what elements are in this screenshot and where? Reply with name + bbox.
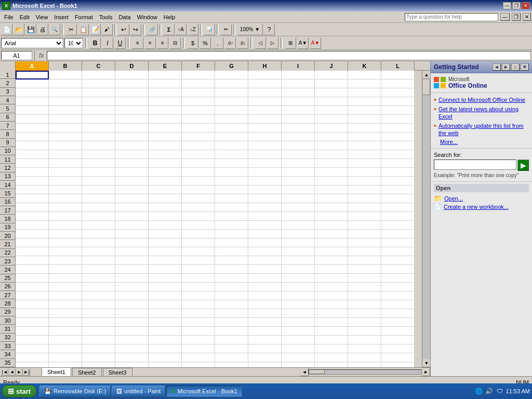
cell-i3[interactable]	[282, 88, 315, 97]
cell-d19[interactable]	[115, 230, 149, 238]
cell-d21[interactable]	[115, 247, 149, 256]
cell-i29[interactable]	[282, 318, 315, 327]
minimize-button[interactable]: —	[503, 2, 511, 9]
cell-f10[interactable]	[182, 150, 215, 159]
cell-g26[interactable]	[215, 291, 248, 300]
cell-i6[interactable]	[282, 115, 315, 124]
cell-h12[interactable]	[248, 168, 282, 177]
auto-update-link[interactable]: Automatically update this list from the …	[438, 122, 529, 137]
cell-c15[interactable]	[82, 194, 115, 203]
cell-a32[interactable]	[16, 344, 49, 353]
panel-forward-button[interactable]: ►	[502, 63, 510, 71]
cell-c8[interactable]	[82, 132, 115, 141]
cell-c1[interactable]	[82, 71, 115, 79]
cell-a5[interactable]	[16, 106, 49, 115]
cell-g11[interactable]	[215, 159, 248, 168]
cell-g21[interactable]	[215, 247, 248, 256]
cell-k12[interactable]	[348, 168, 381, 177]
cell-f2[interactable]	[182, 79, 215, 88]
cell-c7[interactable]	[82, 124, 115, 132]
cell-e8[interactable]	[149, 132, 182, 141]
cell-f11[interactable]	[182, 159, 215, 168]
start-button[interactable]: ⊞ start	[2, 385, 36, 397]
row-header-30[interactable]: 30	[0, 316, 16, 325]
currency-button[interactable]: $	[187, 37, 198, 49]
cell-k24[interactable]	[348, 274, 381, 283]
cell-a29[interactable]	[16, 318, 49, 327]
sheet-tab-3[interactable]: Sheet3	[103, 368, 132, 376]
col-header-k[interactable]: K	[348, 61, 381, 71]
cell-a7[interactable]	[16, 124, 49, 132]
align-right-button[interactable]: ≡	[157, 37, 168, 49]
cell-e27[interactable]	[149, 300, 182, 309]
cell-l10[interactable]	[381, 150, 415, 159]
cell-i15[interactable]	[282, 194, 315, 203]
cell-h28[interactable]	[248, 309, 282, 318]
row-header-26[interactable]: 26	[0, 283, 16, 291]
cell-f9[interactable]	[182, 141, 215, 150]
cell-a8[interactable]	[16, 132, 49, 141]
cell-b11[interactable]	[49, 159, 82, 168]
cell-e17[interactable]	[149, 212, 182, 221]
col-header-c[interactable]: C	[82, 61, 115, 71]
percent-button[interactable]: %	[200, 37, 211, 49]
open-link[interactable]: Open...	[444, 195, 463, 202]
cell-h15[interactable]	[248, 194, 282, 203]
cell-c6[interactable]	[82, 115, 115, 124]
cell-f23[interactable]	[182, 265, 215, 274]
cell-i30[interactable]	[282, 327, 315, 336]
cell-l17[interactable]	[381, 212, 415, 221]
cell-b29[interactable]	[49, 318, 82, 327]
cell-d33[interactable]	[115, 353, 149, 362]
row-header-15[interactable]: 15	[0, 189, 16, 197]
cell-j21[interactable]	[315, 247, 348, 256]
cell-f29[interactable]	[182, 318, 215, 327]
cell-g16[interactable]	[215, 203, 248, 212]
cell-e31[interactable]	[149, 336, 182, 344]
cell-l12[interactable]	[381, 168, 415, 177]
cell-b7[interactable]	[49, 124, 82, 132]
cell-g15[interactable]	[215, 194, 248, 203]
cell-f12[interactable]	[182, 168, 215, 177]
cell-j24[interactable]	[315, 274, 348, 283]
row-header-20[interactable]: 20	[0, 232, 16, 240]
cell-l31[interactable]	[381, 336, 415, 344]
hscroll-track[interactable]	[309, 369, 422, 375]
cell-h26[interactable]	[248, 291, 282, 300]
cell-d27[interactable]	[115, 300, 149, 309]
connect-office-link[interactable]: Connect to Microsoft Office Online	[438, 96, 525, 103]
cell-g32[interactable]	[215, 344, 248, 353]
zoom-dropdown[interactable]: 100% ▼	[237, 24, 263, 35]
cell-f16[interactable]	[182, 203, 215, 212]
cell-a31[interactable]	[16, 336, 49, 344]
cell-d24[interactable]	[115, 274, 149, 283]
cell-h34[interactable]	[248, 362, 282, 367]
cell-k1[interactable]	[348, 71, 381, 79]
cell-b15[interactable]	[49, 194, 82, 203]
cell-h23[interactable]	[248, 265, 282, 274]
cell-a6[interactable]	[16, 115, 49, 124]
cell-g2[interactable]	[215, 79, 248, 88]
cell-k15[interactable]	[348, 194, 381, 203]
cell-j30[interactable]	[315, 327, 348, 336]
cell-e11[interactable]	[149, 159, 182, 168]
menu-help[interactable]: Help	[161, 12, 179, 22]
cell-d32[interactable]	[115, 344, 149, 353]
italic-button[interactable]: I	[102, 37, 113, 49]
prev-sheet-button[interactable]: ◄	[8, 368, 16, 376]
cell-f19[interactable]	[182, 230, 215, 238]
cell-f28[interactable]	[182, 309, 215, 318]
cell-h32[interactable]	[248, 344, 282, 353]
cell-h4[interactable]	[248, 97, 282, 106]
cell-g30[interactable]	[215, 327, 248, 336]
cell-d14[interactable]	[115, 185, 149, 194]
cell-f6[interactable]	[182, 115, 215, 124]
cell-j13[interactable]	[315, 177, 348, 185]
cell-b3[interactable]	[49, 88, 82, 97]
cell-c27[interactable]	[82, 300, 115, 309]
cell-f20[interactable]	[182, 238, 215, 247]
cell-d11[interactable]	[115, 159, 149, 168]
create-workbook-link[interactable]: Create a new workbook...	[444, 204, 509, 210]
cell-h24[interactable]	[248, 274, 282, 283]
cell-e4[interactable]	[149, 97, 182, 106]
